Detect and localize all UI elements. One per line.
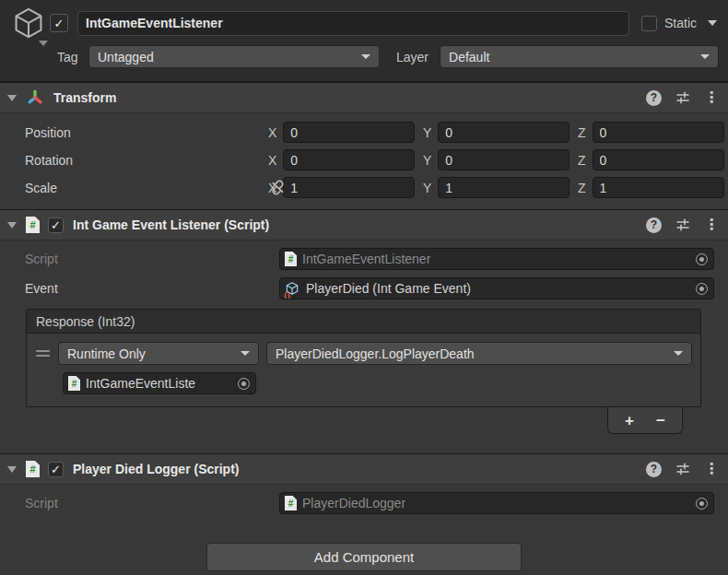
object-picker-icon[interactable] — [238, 378, 250, 390]
response-event-header: Response (Int32) — [27, 310, 700, 334]
script-object-field[interactable]: # IntGameEventListener — [279, 248, 714, 270]
drag-handle-icon[interactable] — [35, 350, 51, 357]
component-enabled-checkbox[interactable]: ✓ — [48, 217, 64, 233]
presets-icon[interactable] — [675, 462, 690, 476]
cube-icon — [11, 6, 46, 41]
event-function-value: PlayerDiedLogger.LogPlayerDeath — [276, 346, 475, 361]
position-z-input[interactable] — [593, 122, 724, 143]
more-menu-icon[interactable]: ⋮ — [704, 217, 719, 232]
csharp-script-icon: # — [26, 461, 40, 477]
tag-value: Untagged — [98, 50, 154, 65]
scale-z-input[interactable] — [593, 177, 724, 198]
rotation-row: Rotation X Y Z — [0, 149, 724, 170]
script-object-value: PlayerDiedLogger — [302, 496, 405, 510]
presets-icon[interactable] — [675, 90, 690, 105]
response-event-box: Response (Int32) Runtime Only PlayerDied… — [26, 309, 701, 407]
position-row: Position X Y Z — [0, 122, 724, 143]
transform-title: Transform — [53, 90, 116, 105]
event-object-value: PlayerDied (Int Game Event) — [306, 281, 471, 296]
layer-value: Default — [449, 50, 489, 65]
layer-dropdown[interactable]: Default — [440, 45, 719, 68]
static-label: Static — [664, 16, 697, 30]
event-function-dropdown[interactable]: PlayerDiedLogger.LogPlayerDeath — [266, 342, 692, 365]
position-x-input[interactable] — [283, 122, 415, 143]
position-y-input[interactable] — [438, 122, 569, 143]
x-axis-label: X — [268, 125, 276, 140]
position-label: Position — [0, 125, 268, 140]
script-label: Script — [0, 496, 279, 510]
remove-event-button[interactable]: − — [647, 410, 675, 430]
event-property-row: Event {} PlayerDied (Int Game Event) — [0, 277, 714, 299]
rotation-label: Rotation — [0, 153, 268, 168]
layer-label: Layer — [396, 50, 429, 65]
z-axis-label: Z — [578, 181, 586, 195]
scale-y-input[interactable] — [438, 177, 569, 198]
help-icon[interactable]: ? — [646, 217, 662, 233]
int-game-event-listener-component: # ✓ Int Game Event Listener (Script) ? ⋮… — [0, 209, 728, 453]
object-picker-icon[interactable] — [696, 498, 708, 510]
more-menu-icon[interactable]: ⋮ — [704, 462, 719, 476]
tag-dropdown[interactable]: Untagged — [88, 45, 380, 68]
foldout-arrow-icon[interactable] — [7, 222, 17, 229]
event-target-value: IntGameEventListe — [86, 376, 195, 391]
chevron-down-icon — [674, 351, 683, 356]
script-property-row: Script # IntGameEventListener — [0, 248, 714, 270]
z-axis-label: Z — [578, 125, 586, 140]
csharp-script-icon: # — [285, 496, 297, 510]
more-menu-icon[interactable]: ⋮ — [704, 90, 719, 105]
event-mode-value: Runtime Only — [67, 346, 146, 361]
event-mode-dropdown[interactable]: Runtime Only — [58, 342, 259, 365]
component-enabled-checkbox[interactable]: ✓ — [48, 462, 64, 477]
presets-icon[interactable] — [675, 217, 690, 232]
event-label: Event — [0, 281, 279, 296]
help-icon[interactable]: ? — [646, 90, 662, 106]
gameobject-icon-caret[interactable] — [39, 41, 48, 46]
chevron-down-icon — [241, 351, 250, 356]
script-object-value: IntGameEventListener — [302, 252, 430, 266]
y-axis-label: Y — [423, 153, 431, 168]
z-axis-label: Z — [578, 153, 586, 168]
unlinked-scale-icon[interactable] — [269, 179, 287, 196]
active-checkbox[interactable]: ✓ — [50, 14, 68, 32]
component-title: Player Died Logger (Script) — [73, 462, 239, 476]
component-title: Int Game Event Listener (Script) — [73, 217, 269, 232]
player-died-logger-component: # ✓ Player Died Logger (Script) ? ⋮ Scri… — [0, 453, 728, 527]
gameobject-name-input[interactable] — [77, 11, 629, 36]
player-died-logger-header: # ✓ Player Died Logger (Script) ? ⋮ — [0, 453, 728, 485]
transform-header: Transform ? ⋮ — [0, 82, 728, 113]
scale-row: Scale X Y Z — [0, 177, 724, 198]
script-object-field[interactable]: # PlayerDiedLogger — [279, 492, 714, 514]
script-property-row: Script # PlayerDiedLogger — [0, 492, 714, 514]
scriptable-object-icon: {} — [285, 281, 300, 297]
foldout-arrow-icon[interactable] — [7, 466, 17, 473]
chevron-down-icon — [361, 54, 370, 59]
transform-component: Transform ? ⋮ Position X Y — [0, 82, 728, 209]
event-target-object-field[interactable]: # IntGameEventListe — [63, 372, 256, 394]
int-game-event-listener-header: # ✓ Int Game Event Listener (Script) ? ⋮ — [0, 209, 728, 241]
rotation-z-input[interactable] — [593, 149, 724, 170]
transform-axes-icon — [26, 88, 44, 107]
rotation-y-input[interactable] — [438, 149, 569, 170]
add-component-button[interactable]: Add Component — [206, 543, 522, 571]
gameobject-icon-button[interactable] — [7, 6, 50, 41]
object-picker-icon[interactable] — [696, 253, 708, 265]
object-picker-icon[interactable] — [696, 283, 708, 295]
y-axis-label: Y — [423, 181, 431, 195]
gameobject-header: ✓ Static Tag Untagged Layer Default — [0, 0, 728, 82]
event-object-field[interactable]: {} PlayerDied (Int Game Event) — [279, 277, 714, 299]
add-event-button[interactable]: + — [616, 410, 643, 430]
scale-label: Scale — [0, 181, 268, 195]
help-icon[interactable]: ? — [646, 462, 662, 477]
static-dropdown-caret[interactable] — [708, 20, 717, 26]
y-axis-label: Y — [423, 125, 431, 140]
script-label: Script — [0, 252, 279, 266]
static-checkbox[interactable] — [641, 16, 657, 31]
rotation-x-input[interactable] — [283, 149, 415, 170]
scale-x-input[interactable] — [283, 177, 415, 198]
csharp-script-icon: # — [68, 376, 80, 391]
tag-label: Tag — [57, 50, 88, 65]
foldout-arrow-icon[interactable] — [7, 95, 17, 101]
event-list-footer: + − — [607, 407, 683, 434]
x-axis-label: X — [268, 153, 276, 168]
chevron-down-icon — [700, 54, 710, 59]
